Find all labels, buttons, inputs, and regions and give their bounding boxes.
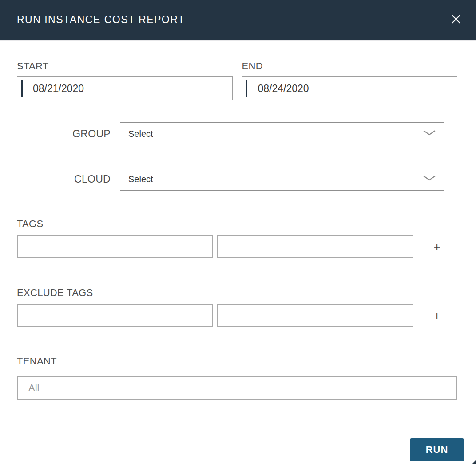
start-date-input[interactable] [17, 77, 232, 100]
start-caret-bar [21, 80, 23, 97]
start-date-field: START [17, 60, 233, 100]
chevron-down-icon [423, 175, 436, 183]
add-exclude-tag-button[interactable]: + [430, 309, 444, 322]
end-date-input[interactable] [242, 77, 457, 100]
cloud-select-value: Select [128, 174, 153, 184]
tenant-section: TENANT [17, 356, 457, 400]
group-label: GROUP [17, 128, 120, 140]
footer-actions: RUN [17, 438, 464, 461]
start-label: START [17, 60, 233, 72]
tags-label: TAGS [17, 218, 457, 230]
date-row: START END [17, 60, 457, 100]
tag-name-input[interactable] [17, 235, 213, 258]
exclude-tags-label: EXCLUDE TAGS [17, 287, 457, 299]
tag-value-input[interactable] [217, 235, 413, 258]
group-select-value: Select [128, 129, 153, 139]
end-date-input-wrap [242, 76, 458, 100]
end-label: END [242, 60, 458, 72]
modal-title: RUN INSTANCE COST REPORT [17, 14, 185, 26]
group-row: GROUP Select [17, 122, 444, 145]
start-date-input-wrap [17, 76, 233, 100]
cloud-select[interactable]: Select [120, 168, 444, 191]
corner-resize-mark [472, 460, 476, 464]
modal-header: RUN INSTANCE COST REPORT [0, 0, 476, 40]
add-tag-button[interactable]: + [430, 240, 444, 253]
modal-body: START END GROUP Select CLOUD [0, 41, 476, 461]
exclude-tag-name-input[interactable] [17, 304, 213, 327]
tags-section: TAGS + [17, 218, 457, 258]
end-caret-bar [246, 80, 247, 97]
tenant-input[interactable] [17, 376, 457, 400]
close-icon [449, 12, 463, 27]
chevron-down-icon [423, 130, 436, 138]
tags-row: + [17, 235, 457, 258]
exclude-tags-section: EXCLUDE TAGS + [17, 287, 457, 327]
group-select[interactable]: Select [120, 122, 444, 145]
tenant-label: TENANT [17, 356, 457, 367]
cloud-label: CLOUD [17, 173, 120, 185]
exclude-tag-value-input[interactable] [217, 304, 413, 327]
close-button[interactable] [448, 12, 464, 28]
end-date-field: END [242, 60, 458, 100]
cloud-row: CLOUD Select [17, 168, 444, 191]
run-button[interactable]: RUN [410, 438, 464, 461]
exclude-tags-row: + [17, 304, 457, 327]
